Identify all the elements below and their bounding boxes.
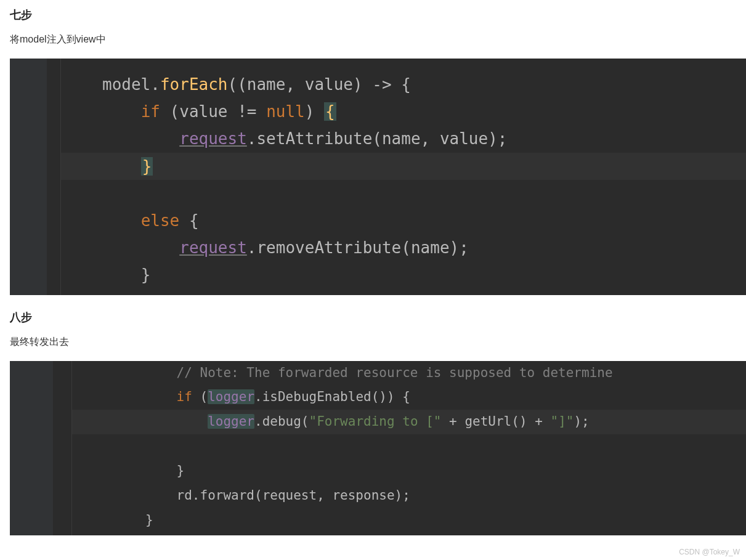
code-token: ); — [574, 414, 589, 429]
code-token: + getUrl() + — [441, 414, 550, 429]
gutter-fold — [53, 361, 72, 535]
code-token: .setAttribute(name, value); — [247, 129, 508, 148]
gutter — [10, 361, 54, 535]
code-content-2: // Note: The forwarded resource is suppo… — [10, 361, 746, 533]
code-token: logger — [208, 389, 254, 404]
gutter — [10, 59, 47, 295]
code-token: .removeAttribute(name); — [247, 238, 469, 257]
code-token: logger — [208, 414, 254, 429]
code-token: else — [141, 211, 180, 230]
code-token: if — [141, 102, 160, 121]
code-token: if — [177, 389, 192, 404]
code-content-1: model.forEach((name, value) -> { if (val… — [10, 71, 746, 289]
step8-heading: 八步 — [10, 310, 746, 325]
code-token: (value != — [160, 102, 266, 121]
code-string: "Forwarding to [" — [309, 414, 442, 429]
code-token: request — [179, 238, 247, 257]
code-token: } — [141, 266, 151, 284]
code-token: rd.forward(request, response); — [177, 488, 410, 503]
gutter-fold — [47, 59, 61, 295]
step7-desc: 将model注入到view中 — [10, 33, 746, 46]
brace-match-icon: } — [141, 157, 153, 176]
code-block-2: // Note: The forwarded resource is suppo… — [10, 361, 746, 535]
step8-desc: 最终转发出去 — [10, 336, 746, 349]
brace-match-icon: { — [324, 102, 336, 121]
step7-heading: 七步 — [10, 7, 746, 22]
code-token: model. — [102, 75, 160, 94]
code-string: "]" — [550, 414, 574, 429]
code-token: .debug( — [254, 414, 309, 429]
code-token: } — [145, 513, 153, 527]
code-token: .isDebugEnabled()) { — [254, 389, 410, 404]
code-block-1: model.forEach((name, value) -> { if (val… — [10, 59, 746, 295]
code-token: forEach — [160, 75, 228, 94]
code-token: null — [266, 102, 305, 121]
code-token: ((name, value) -> { — [228, 75, 411, 94]
code-token: request — [179, 129, 247, 148]
code-token: { — [179, 211, 198, 230]
code-token: ) — [305, 102, 324, 121]
code-token: ( — [192, 389, 208, 404]
code-comment: // Note: The forwarded resource is suppo… — [177, 365, 613, 380]
code-token: } — [177, 463, 185, 478]
